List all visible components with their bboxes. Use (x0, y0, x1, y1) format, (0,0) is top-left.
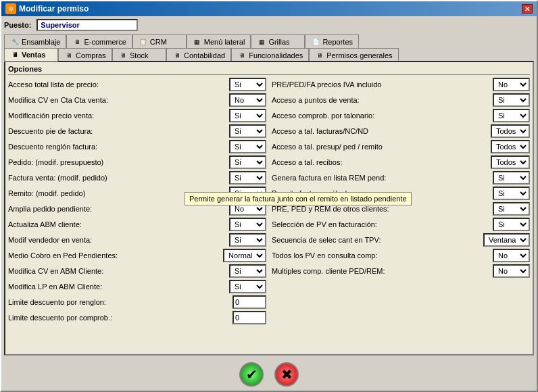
right-select-5[interactable]: TodosSiNo (491, 155, 530, 169)
left-label-1: Modifica CV en Cta Cta venta: (8, 96, 226, 104)
left-control-10: SiNo (229, 233, 266, 247)
tab-compras[interactable]: 🖥 Compras (58, 48, 112, 62)
title-bar: ⚙ Modificar permiso ✕ (1, 1, 537, 16)
left-label-15: Limite descuento por comprob.: (8, 314, 230, 322)
left-select-5[interactable]: SiNo (229, 155, 266, 169)
main-panel: Opciones Acceso total lista de precio:Si… (4, 61, 534, 356)
left-select-13[interactable]: SiNo (229, 280, 266, 293)
right-select-1[interactable]: SiNo (493, 93, 530, 107)
right-label-3: Acceso a tal. facturas/NC/ND (272, 127, 488, 135)
right-row-5: Acceso a tal. recibos:TodosSiNo (272, 155, 530, 169)
tab-crm[interactable]: 📋 CRM (132, 34, 187, 48)
puesto-label: Puesto: (4, 21, 31, 29)
right-control-7: SiNo (493, 187, 530, 200)
right-select-7[interactable]: SiNo (493, 187, 530, 200)
tab-ventas[interactable]: 🖥 Ventas (4, 48, 58, 62)
left-label-6: Factura venta: (modif. pedido) (8, 174, 226, 182)
left-select-12[interactable]: SiNo (229, 264, 266, 278)
right-select-10[interactable]: VentanaSiNo (483, 233, 530, 247)
tab-stock-icon: 🖥 (118, 51, 128, 60)
tab-reportes[interactable]: 📄 Reportes (305, 34, 359, 48)
left-select-0[interactable]: SiNo (229, 78, 266, 91)
right-control-2: SiNo (493, 109, 530, 122)
left-row-14: Limite descuento por renglon: (8, 295, 266, 309)
tab-ventas-icon: 🖥 (10, 50, 20, 59)
close-button[interactable]: ✕ (522, 4, 533, 14)
right-row-6: Genera factura en lista REM pend:SiNo (272, 171, 530, 185)
left-select-11[interactable]: NormalSiNo (223, 249, 266, 262)
left-label-4: Descuento renglón factura: (8, 143, 226, 151)
left-label-2: Modificación precio venta: (8, 112, 226, 120)
window-title: Modificar permiso (19, 4, 89, 14)
left-row-2: Modificación precio venta:SiNo (8, 109, 266, 122)
tab-permisos-icon: 🖥 (315, 51, 324, 60)
left-row-13: Modifica LP en ABM Cliente:SiNo (8, 280, 266, 293)
cancel-button[interactable]: ✖ (274, 362, 299, 387)
right-control-4: TodosSiNo (491, 140, 530, 153)
left-label-8: Amplia pedido pendiente: (8, 205, 226, 213)
left-control-0: SiNo (229, 78, 266, 91)
tab-menu-lateral[interactable]: ▦ Menú lateral (187, 34, 251, 48)
right-select-6[interactable]: SiNo (493, 171, 530, 185)
right-label-10: Secuencia de selec cant en TPV: (272, 236, 481, 244)
tab-grillas[interactable]: ▦ Grillas (251, 34, 305, 48)
left-control-9: SiNo (229, 218, 266, 231)
left-select-2[interactable]: SiNo (229, 109, 266, 122)
left-row-0: Acceso total lista de precio:SiNo (8, 78, 266, 91)
right-select-4[interactable]: TodosSiNo (491, 140, 530, 153)
right-control-12: NoSi (493, 264, 530, 278)
main-window: ⚙ Modificar permiso ✕ Puesto: Supervisor… (0, 0, 538, 392)
right-control-6: SiNo (493, 171, 530, 185)
left-select-4[interactable]: SiNo (229, 140, 266, 153)
left-label-3: Descuento pie de factura: (8, 127, 226, 135)
tabs-row2: 🖥 Ventas 🖥 Compras 🖥 Stock 🖥 Contabilida… (4, 47, 534, 61)
right-label-4: Acceso a tal. presup/ ped / remito (272, 143, 488, 151)
right-select-11[interactable]: NoSi (493, 249, 530, 262)
left-row-15: Limite descuento por comprob.: (8, 311, 266, 324)
tab-ecommerce-icon: 🖥 (72, 37, 82, 47)
right-label-9: Selección de PV en facturación: (272, 220, 490, 228)
left-select-9[interactable]: SiNo (229, 218, 266, 231)
tab-ecommerce[interactable]: 🖥 E-commerce (66, 34, 132, 48)
left-input-14[interactable] (233, 295, 266, 309)
left-row-10: Modif vendedor en venta:SiNo (8, 233, 266, 247)
tab-permisos-generales[interactable]: 🖥 Permisos generales (309, 48, 398, 62)
left-label-14: Limite descuento por renglon: (8, 298, 230, 306)
left-row-1: Modifica CV en Cta Cta venta:SiNo (8, 93, 266, 107)
right-select-0[interactable]: NoSi (493, 78, 530, 91)
left-row-5: Pedido: (modif. presupuesto)SiNo (8, 155, 266, 169)
right-control-10: VentanaSiNo (483, 233, 530, 247)
left-select-3[interactable]: SiNo (229, 124, 266, 138)
left-control-3: SiNo (229, 124, 266, 138)
left-label-13: Modifica LP en ABM Cliente: (8, 283, 226, 291)
right-row-3: Acceso a tal. facturas/NC/NDTodosSiNo (272, 124, 530, 138)
right-control-1: SiNo (493, 93, 530, 107)
tab-contabilidad-icon: 🖥 (172, 51, 182, 60)
right-label-6: Genera factura en lista REM pend: (272, 174, 490, 182)
tab-funcionalidades[interactable]: 🖥 Funcionalidades (231, 48, 309, 62)
right-select-9[interactable]: SiNo (493, 218, 530, 231)
ok-button[interactable]: ✔ (239, 362, 264, 387)
left-row-12: Modifica CV en ABM Cliente:SiNo (8, 264, 266, 278)
tab-ensamblaje[interactable]: 🔧 Ensamblaje (4, 34, 66, 48)
right-select-8[interactable]: SiNo (493, 202, 530, 216)
left-select-6[interactable]: SiNo (229, 171, 266, 185)
tab-compras-icon: 🖥 (64, 51, 74, 60)
right-select-3[interactable]: TodosSiNo (491, 124, 530, 138)
right-select-2[interactable]: SiNo (493, 109, 530, 122)
left-row-4: Descuento renglón factura:SiNo (8, 140, 266, 153)
left-select-10[interactable]: SiNo (229, 233, 266, 247)
left-label-5: Pedido: (modif. presupuesto) (8, 158, 226, 166)
options-section-title: Opciones (8, 65, 530, 75)
right-select-12[interactable]: NoSi (493, 264, 530, 278)
tab-stock[interactable]: 🖥 Stock (112, 48, 166, 62)
tab-contabilidad[interactable]: 🖥 Contabilidad (166, 48, 231, 62)
right-label-12: Multiples comp. cliente PED/REM: (272, 267, 490, 275)
left-control-14 (233, 295, 266, 309)
left-select-1[interactable]: SiNo (229, 93, 266, 107)
left-input-15[interactable] (233, 311, 266, 324)
left-control-13: SiNo (229, 280, 266, 293)
right-row-9: Selección de PV en facturación:SiNo (272, 218, 530, 231)
tab-crm-icon: 📋 (139, 37, 148, 47)
right-control-8: SiNo (493, 202, 530, 216)
